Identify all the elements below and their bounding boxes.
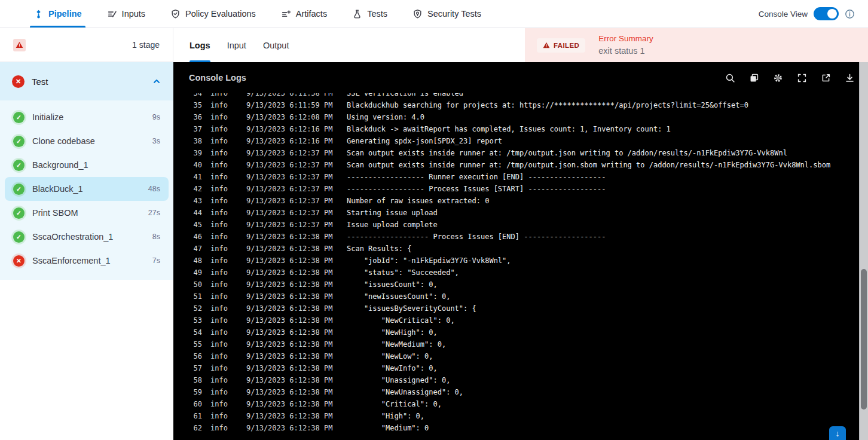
log-message: Generating spdx-json[SPDX_23] report xyxy=(347,137,502,145)
log-line: 38 info 9/13/2023 6:12:16 PM Generating … xyxy=(173,135,859,147)
console-view-info-button[interactable] xyxy=(845,9,855,19)
scroll-to-bottom-button[interactable]: ↓ xyxy=(829,426,846,440)
tab-label: Output xyxy=(263,41,289,50)
log-level: info xyxy=(210,268,230,277)
step-row[interactable]: Clone codebase 3s xyxy=(5,129,169,153)
log-line: 54 info 9/13/2023 6:12:38 PM "NewHigh": … xyxy=(173,326,859,338)
log-level: info xyxy=(210,316,230,325)
tab-input[interactable]: Input xyxy=(227,28,246,62)
log-line: 62 info 9/13/2023 6:12:38 PM "Medium": 0 xyxy=(173,422,859,434)
stage-warning-badge xyxy=(13,39,26,51)
console-scrollbar[interactable] xyxy=(859,62,868,440)
log-line: 55 info 9/13/2023 6:12:38 PM "NewMedium"… xyxy=(173,338,859,350)
log-line: 37 info 9/13/2023 6:12:16 PM Blackduck -… xyxy=(173,123,859,135)
step-row[interactable]: BlackDuck_1 48s xyxy=(5,177,169,201)
log-level: info xyxy=(210,292,230,301)
log-level: info xyxy=(210,101,230,109)
search-logs-button[interactable] xyxy=(725,73,735,83)
log-message: ------------------ Runner execution [END… xyxy=(347,173,606,181)
log-settings-button[interactable] xyxy=(773,73,783,83)
tab-label: Input xyxy=(227,41,246,50)
log-line: 42 info 9/13/2023 6:12:37 PM -----------… xyxy=(173,183,859,195)
log-timestamp: 9/13/2023 6:12:38 PM xyxy=(246,400,340,408)
copy-icon xyxy=(749,73,759,83)
log-level: info xyxy=(210,340,230,349)
log-timestamp: 9/13/2023 6:12:37 PM xyxy=(246,185,340,193)
console-logs-header: Console Logs xyxy=(173,62,868,93)
console-view-toggle[interactable] xyxy=(814,7,839,20)
step-row[interactable]: Initialize 9s xyxy=(5,105,169,129)
tab-logs[interactable]: Logs xyxy=(190,28,210,62)
toggle-knob xyxy=(827,9,837,19)
log-line-number: 49 xyxy=(189,268,202,277)
stage-header-test[interactable]: ✕ Test xyxy=(0,62,173,100)
log-line-number: 48 xyxy=(189,256,202,265)
tab-label: Logs xyxy=(190,41,210,50)
console-view-controls: Console View xyxy=(759,7,855,20)
log-timestamp: 9/13/2023 6:12:38 PM xyxy=(246,292,340,301)
step-name: BlackDuck_1 xyxy=(32,184,83,194)
log-message: Using version: 4.0 xyxy=(347,113,424,121)
log-line-number: 56 xyxy=(189,352,202,360)
error-summary-panel: FAILED Error Summary exit status 1 xyxy=(525,28,868,62)
log-timestamp: 9/13/2023 6:12:37 PM xyxy=(246,161,340,169)
log-timestamp: 9/13/2023 6:12:38 PM xyxy=(246,316,340,325)
step-status-icon xyxy=(13,184,25,195)
log-timestamp: 9/13/2023 6:12:38 PM xyxy=(246,233,340,241)
log-message: Number of raw issues extracted: 0 xyxy=(347,197,489,205)
log-line-number: 36 xyxy=(189,113,202,121)
tab-inputs[interactable]: Inputs xyxy=(107,0,146,28)
step-name: Clone codebase xyxy=(32,136,95,146)
step-duration: 3s xyxy=(152,137,160,145)
tab-artifacts[interactable]: Artifacts xyxy=(281,0,327,28)
log-timestamp: 9/13/2023 6:12:16 PM xyxy=(246,125,340,133)
tab-security-tests[interactable]: Security Tests xyxy=(412,0,481,28)
tab-label: Security Tests xyxy=(427,9,481,19)
log-timestamp: 9/13/2023 6:12:38 PM xyxy=(246,412,340,420)
log-timestamp: 9/13/2023 6:12:38 PM xyxy=(246,364,340,372)
log-message: "Medium": 0 xyxy=(347,424,429,432)
copy-logs-button[interactable] xyxy=(749,73,759,83)
log-message: Starting issue upload xyxy=(347,209,438,217)
log-timestamp: 9/13/2023 6:12:38 PM xyxy=(246,376,340,384)
log-level: info xyxy=(210,304,230,313)
pipeline-icon xyxy=(33,9,44,19)
log-line-number: 38 xyxy=(189,137,202,145)
log-line: 58 info 9/13/2023 6:12:38 PM "Unassigned… xyxy=(173,374,859,386)
tab-policy-evaluations[interactable]: Policy Evaluations xyxy=(170,0,256,28)
step-row[interactable]: Print SBOM 27s xyxy=(5,201,169,225)
warning-triangle-icon xyxy=(16,41,23,48)
log-line-number: 37 xyxy=(189,125,202,133)
tab-tests[interactable]: Tests xyxy=(352,0,387,28)
tab-pipeline[interactable]: Pipeline xyxy=(33,0,82,28)
tab-label: Policy Evaluations xyxy=(185,9,256,19)
step-row[interactable]: SscaEnforcement_1 7s xyxy=(5,249,169,273)
log-timestamp: 9/13/2023 6:11:59 PM xyxy=(246,101,340,109)
log-message: "Critical": 0, xyxy=(347,400,442,408)
fullscreen-button[interactable] xyxy=(797,73,807,83)
step-row[interactable]: SscaOrchestration_1 8s xyxy=(5,225,169,249)
stage-summary-bar: 1 stage xyxy=(0,28,173,62)
open-in-new-tab-button[interactable] xyxy=(821,73,831,83)
collapse-stage-button[interactable] xyxy=(152,77,161,86)
log-line-number: 44 xyxy=(189,209,202,217)
log-line: 56 info 9/13/2023 6:12:38 PM "NewLow": 0… xyxy=(173,350,859,362)
log-message: "NewInfo": 0, xyxy=(347,364,438,372)
download-logs-button[interactable] xyxy=(845,73,855,83)
error-summary-text: Error Summary exit status 1 xyxy=(598,33,653,58)
tab-output[interactable]: Output xyxy=(263,28,289,62)
tab-label: Artifacts xyxy=(296,9,327,19)
stage-name: Test xyxy=(32,77,145,87)
log-line: 44 info 9/13/2023 6:12:37 PM Starting is… xyxy=(173,207,859,219)
log-line: 60 info 9/13/2023 6:12:38 PM "Critical":… xyxy=(173,398,859,410)
log-message: "NewLow": 0, xyxy=(347,352,433,360)
inputs-icon xyxy=(107,9,117,19)
scrollbar-thumb[interactable] xyxy=(861,269,867,410)
step-duration: 27s xyxy=(148,209,160,217)
log-line-number: 58 xyxy=(189,376,202,384)
log-line-number: 46 xyxy=(189,233,202,241)
log-line-number: 40 xyxy=(189,161,202,169)
step-row[interactable]: Background_1 xyxy=(5,153,169,177)
console-actions xyxy=(725,73,855,83)
log-line: 39 info 9/13/2023 6:12:37 PM Scan output… xyxy=(173,147,859,159)
